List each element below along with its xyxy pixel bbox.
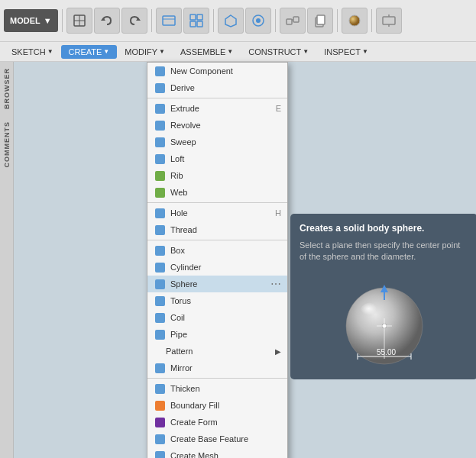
mirror-label: Mirror <box>170 363 281 373</box>
svg-point-24 <box>359 302 387 324</box>
menu-revolve[interactable]: Revolve <box>147 117 287 134</box>
pattern-label: Pattern <box>166 347 275 356</box>
menu-sphere[interactable]: Sphere ⋯ <box>147 276 287 292</box>
svg-marker-11 <box>225 15 236 27</box>
toolbar-icon-display[interactable] <box>156 8 182 34</box>
create-form-label: Create Form <box>170 418 281 427</box>
toolbar-icon-redo[interactable] <box>121 8 147 34</box>
create-dropdown: New Component Derive Extrude E Revolve S… <box>147 62 288 458</box>
thread-label: Thread <box>170 225 281 234</box>
sep-4 <box>147 378 287 379</box>
menu-assemble-label: ASSEMBLE <box>180 47 225 56</box>
menu-construct-arrow: ▼ <box>303 48 309 55</box>
main-toolbar: MODEL ▼ <box>0 0 476 42</box>
tooltip-title: Creates a solid body sphere. <box>300 223 468 234</box>
sweep-label: Sweep <box>170 137 281 147</box>
derive-label: Derive <box>170 83 281 92</box>
toolbar-icon-material[interactable] <box>342 8 368 34</box>
menu-hole[interactable]: Hole H <box>147 205 287 221</box>
menu-assemble-arrow: ▼ <box>227 48 233 55</box>
menu-inspect-arrow: ▼ <box>362 48 368 55</box>
menu-create[interactable]: CREATE ▼ <box>61 45 118 59</box>
menubar: SKETCH ▼ CREATE ▼ MODIFY ▼ ASSEMBLE ▼ CO… <box>0 42 476 62</box>
menu-boundary-fill[interactable]: Boundary Fill <box>147 397 287 414</box>
sphere-more-icon: ⋯ <box>270 278 281 290</box>
menu-pipe[interactable]: Pipe <box>147 326 287 343</box>
menu-create-mesh[interactable]: Create Mesh <box>147 447 287 458</box>
svg-point-13 <box>256 18 261 23</box>
coil-icon <box>154 311 166 324</box>
menu-mirror[interactable]: Mirror <box>147 360 287 376</box>
menu-sketch[interactable]: SKETCH ▼ <box>4 45 61 59</box>
menu-new-component[interactable]: New Component <box>147 63 287 79</box>
side-panel: BROWSER COMMENTS <box>0 62 14 458</box>
thicken-icon <box>154 382 166 395</box>
toolbar-icon-assembly[interactable] <box>245 8 271 34</box>
web-label: Web <box>170 188 281 197</box>
extrude-label: Extrude <box>170 104 270 113</box>
menu-thread[interactable]: Thread <box>147 221 287 238</box>
menu-web[interactable]: Web <box>147 184 287 201</box>
menu-modify-label: MODIFY <box>125 47 157 56</box>
sphere-icon <box>154 278 166 290</box>
menu-assemble[interactable]: ASSEMBLE ▼ <box>173 45 241 59</box>
toolbar-icon-undo[interactable] <box>94 8 120 34</box>
loft-label: Loft <box>170 154 281 163</box>
menu-modify-arrow: ▼ <box>159 48 165 55</box>
comments-tab[interactable]: COMMENTS <box>2 115 12 174</box>
thicken-label: Thicken <box>170 384 281 393</box>
svg-rect-20 <box>383 17 395 24</box>
rib-icon <box>154 169 166 182</box>
toolbar-separator-4 <box>275 9 276 32</box>
menu-sweep[interactable]: Sweep <box>147 134 287 150</box>
sphere-label: Sphere <box>170 279 270 289</box>
svg-point-19 <box>349 15 360 26</box>
menu-torus[interactable]: Torus <box>147 292 287 309</box>
menu-create-arrow: ▼ <box>103 48 109 55</box>
menu-create-base-feature[interactable]: Create Base Feature <box>147 431 287 447</box>
toolbar-icon-3dmodel[interactable] <box>218 8 244 34</box>
menu-create-label: CREATE <box>69 47 102 56</box>
derive-icon <box>154 82 166 94</box>
menu-extrude[interactable]: Extrude E <box>147 100 287 117</box>
menu-thicken[interactable]: Thicken <box>147 380 287 397</box>
menu-rib[interactable]: Rib <box>147 167 287 184</box>
browser-tab[interactable]: BROWSER <box>2 62 12 115</box>
menu-box[interactable]: Box <box>147 242 287 259</box>
toolbar-icon-grid[interactable] <box>183 8 209 34</box>
toolbar-icon-sketch[interactable] <box>66 8 92 34</box>
pipe-icon <box>154 328 166 340</box>
torus-icon <box>154 295 166 307</box>
revolve-label: Revolve <box>170 121 281 130</box>
toolbar-separator-2 <box>151 9 152 32</box>
svg-rect-10 <box>197 21 202 27</box>
menu-cylinder[interactable]: Cylinder <box>147 259 287 276</box>
pipe-label: Pipe <box>170 330 281 339</box>
menu-loft[interactable]: Loft <box>147 150 287 167</box>
sphere-preview: 55.00 <box>335 271 434 370</box>
web-icon <box>154 186 166 198</box>
thread-icon <box>154 224 166 236</box>
loft-icon <box>154 153 166 165</box>
toolbar-separator-5 <box>337 9 338 32</box>
menu-pattern[interactable]: Pattern ▶ <box>147 343 287 360</box>
toolbar-icon-copy[interactable] <box>307 8 333 34</box>
menu-modify[interactable]: MODIFY ▼ <box>117 45 173 59</box>
menu-coil[interactable]: Coil <box>147 309 287 326</box>
menu-inspect[interactable]: INSPECT ▼ <box>316 45 376 59</box>
menu-construct[interactable]: CONSTRUCT ▼ <box>241 45 316 59</box>
create-mesh-label: Create Mesh <box>170 451 281 458</box>
menu-derive[interactable]: Derive <box>147 79 287 96</box>
menu-create-form[interactable]: Create Form <box>147 414 287 431</box>
model-button[interactable]: MODEL ▼ <box>4 9 58 32</box>
menu-inspect-label: INSPECT <box>324 47 361 56</box>
extrude-shortcut: E <box>276 104 281 113</box>
tooltip-description: Select a plane then specify the center p… <box>300 240 468 263</box>
toolbar-icon-joint[interactable] <box>280 8 306 34</box>
cylinder-icon <box>154 261 166 273</box>
svg-rect-9 <box>190 21 196 27</box>
menu-sketch-label: SKETCH <box>11 47 46 56</box>
toolbar-icon-render[interactable] <box>376 8 402 34</box>
create-form-icon <box>154 416 166 428</box>
boundary-fill-icon <box>154 399 166 411</box>
